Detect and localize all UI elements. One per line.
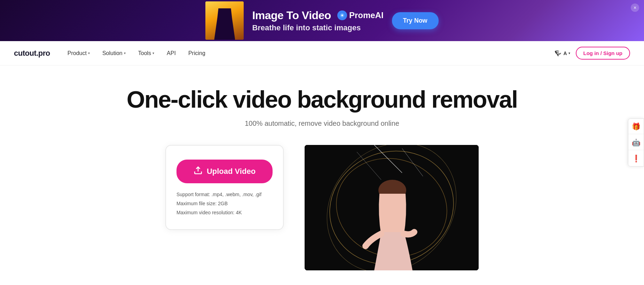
nav-logo[interactable]: cutout.pro <box>14 49 50 58</box>
upload-video-button[interactable]: Upload Video <box>176 160 273 183</box>
ad-logo-text: PromeAI <box>349 10 384 20</box>
hero-title: One-click video background removal <box>14 86 630 113</box>
ad-subtitle: Breathe life into static images <box>252 23 383 32</box>
tools-chevron-icon: ▾ <box>152 51 154 55</box>
ad-logo-icon <box>337 10 347 20</box>
upload-info: Support format: .mp4, .webm, .mov, .gif … <box>176 192 273 215</box>
nav-solution[interactable]: Solution ▾ <box>102 50 126 56</box>
solution-chevron-icon: ▾ <box>124 51 126 55</box>
ad-logo: PromeAI <box>337 10 384 20</box>
nav-links: Product ▾ Solution ▾ Tools ▾ API Pricing <box>68 50 555 56</box>
nav-tools[interactable]: Tools ▾ <box>138 50 154 56</box>
translate-button[interactable]: A ▾ <box>554 49 570 57</box>
ad-text-group: Image To Video PromeAI Breathe life into… <box>252 9 383 32</box>
ad-title: Image To Video <box>252 9 331 22</box>
chat-bot-button[interactable]: 🤖 <box>628 135 644 150</box>
upload-box: Upload Video Support format: .mp4, .webm… <box>165 145 284 230</box>
upload-format: Support format: .mp4, .webm, .mov, .gif <box>176 192 273 197</box>
hero-subtitle: 100% automatic, remove video background … <box>14 120 630 128</box>
gift-button[interactable]: 🎁 <box>628 119 644 134</box>
alert-button[interactable]: ❗ <box>628 151 644 166</box>
nav-api[interactable]: API <box>167 50 176 56</box>
nav-right: A ▾ Log in / Sign up <box>554 47 630 60</box>
video-lights-svg <box>305 145 479 270</box>
nav-product[interactable]: Product ▾ <box>68 50 90 56</box>
nav-pricing[interactable]: Pricing <box>188 50 205 56</box>
ad-person-image <box>205 1 244 40</box>
ad-banner: Image To Video PromeAI Breathe life into… <box>0 0 644 41</box>
hero-content: Upload Video Support format: .mp4, .webm… <box>14 145 630 270</box>
ad-try-button[interactable]: Try Now <box>392 12 439 29</box>
translate-chevron-icon: ▾ <box>568 51 570 55</box>
upload-resolution: Maximum video resolution: 4K <box>176 210 273 215</box>
upload-icon <box>194 166 203 177</box>
video-preview <box>305 145 479 270</box>
hero-section: One-click video background removal 100% … <box>0 66 644 270</box>
upload-size: Maximum file size: 2GB <box>176 201 273 206</box>
login-button[interactable]: Log in / Sign up <box>576 47 630 60</box>
sidebar-icons: 🎁 🤖 ❗ <box>628 118 644 167</box>
navbar: cutout.pro Product ▾ Solution ▾ Tools ▾ … <box>0 41 644 66</box>
ad-close-button[interactable]: × <box>631 3 639 12</box>
product-chevron-icon: ▾ <box>88 51 90 55</box>
